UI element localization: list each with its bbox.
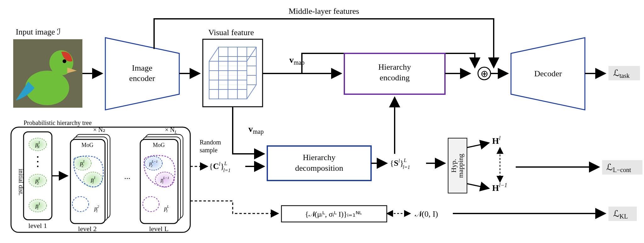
middle-layer-label: Middle-layer features xyxy=(289,7,359,16)
xn2-label: × N₂ xyxy=(93,126,105,133)
loss-cont-box: ℒ𝕃−cont xyxy=(602,160,642,175)
hyp-mapping-block: Hyp. mapping xyxy=(448,138,467,193)
hierarchy-encoding-block: Hierarchy encoding xyxy=(344,53,445,94)
arrow-tree-to-kl xyxy=(190,201,278,213)
loss-task-box: ℒtask xyxy=(608,66,640,80)
image-encoder-label-2: encoder xyxy=(129,74,155,83)
svg-text:⊕: ⊕ xyxy=(480,68,488,79)
image-encoder-block: Image encoder xyxy=(105,38,179,110)
svg-point-60 xyxy=(155,172,174,187)
visual-feature-cube xyxy=(203,39,263,107)
plus-icon: ⊕ xyxy=(478,67,491,80)
hierarchy-encoding-label-2: encoding xyxy=(380,73,409,82)
mog-label-1: MoG xyxy=(81,142,93,148)
input-image xyxy=(13,39,82,108)
level1-label: level 1 xyxy=(28,222,47,230)
svg-point-38 xyxy=(37,161,39,163)
svg-point-3 xyxy=(63,59,66,63)
tree-ellipsis: ... xyxy=(124,172,130,181)
hierarchy-decomposition-block: Hierarchy decomposition xyxy=(267,146,371,181)
hier-decomp-label-1: Hierarchy xyxy=(303,153,336,162)
level2-label: level 2 xyxy=(78,225,97,233)
hier-decomp-label-2: decomposition xyxy=(295,164,343,173)
hierarchy-tree-box: Probabilistic hierarchy tree initial dis… xyxy=(11,119,190,233)
hierarchy-encoding-label-1: Hierarchy xyxy=(378,62,411,72)
levelL-label: level L xyxy=(149,225,169,233)
arrow-hyp-to-Hl xyxy=(467,143,489,148)
mog-label-2: MoG xyxy=(153,142,165,148)
input-image-label: Input image ℐ xyxy=(16,27,61,36)
svg-point-37 xyxy=(37,156,39,158)
loss-kl-box: ℒKL xyxy=(608,207,637,221)
vmap-label-2: vmap xyxy=(248,124,264,135)
svg-text:mapping: mapping xyxy=(457,154,464,178)
image-encoder-label-1: Image xyxy=(132,63,153,73)
tree-title: Probabilistic hierarchy tree xyxy=(24,119,92,127)
C-set-label: {Cl}Ll=1 xyxy=(209,161,230,173)
decoder-label: Decoder xyxy=(534,69,562,78)
svg-text:{𝒩(μᵢᴸ, σᵢᴸ I)}ᵢ₌₁ᴺᴸ: {𝒩(μᵢᴸ, σᵢᴸ I)}ᵢ₌₁ᴺᴸ xyxy=(305,210,362,218)
svg-rect-64 xyxy=(267,146,371,181)
Hl1-label: Hl−1 xyxy=(492,182,507,193)
random-sample-1: Random xyxy=(200,139,221,146)
S-set-label: {Sl}Ll=1 xyxy=(390,158,410,170)
visual-feature-label: Visual feature xyxy=(208,28,254,37)
prior-label: 𝒩(0, I) xyxy=(415,209,438,219)
decoder-block: Decoder xyxy=(511,38,585,110)
random-sample-2: sample xyxy=(200,147,218,154)
svg-point-58 xyxy=(145,156,162,170)
kl-dist-box: {𝒩(μᵢᴸ, σᵢᴸ I)}ᵢ₌₁ᴺᴸ xyxy=(281,206,387,222)
svg-point-39 xyxy=(37,166,39,167)
arrow-hyp-to-Hl1 xyxy=(467,184,489,188)
Hl-label: Hl xyxy=(492,135,501,146)
